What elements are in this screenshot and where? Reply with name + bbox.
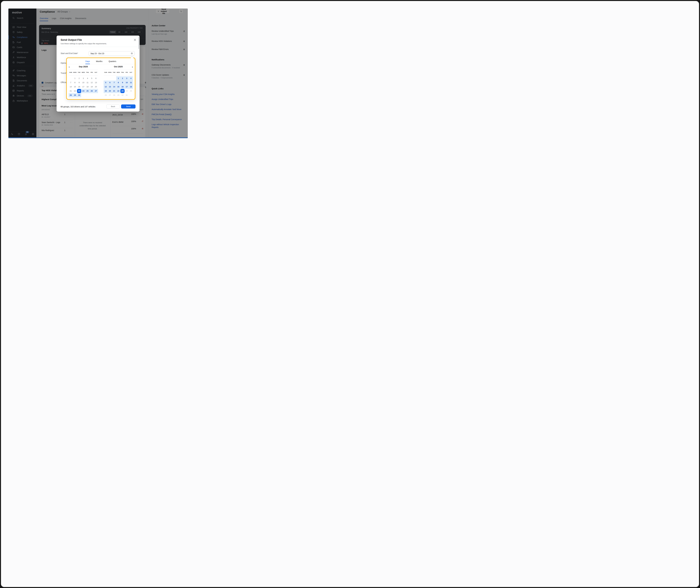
day-cell[interactable]: 10 xyxy=(81,81,85,85)
day-of-week-header: SUNMONTUEWEDTHUFRISAT xyxy=(69,72,98,73)
day-cell[interactable]: 8 xyxy=(73,81,77,85)
calendar-mode-tabs: DaysMonthsQuarters xyxy=(67,59,135,64)
day-cell[interactable] xyxy=(129,93,133,97)
day-cell[interactable]: 14 xyxy=(69,85,73,89)
day-cell[interactable]: 17 xyxy=(81,85,85,89)
day-cell[interactable]: 8 xyxy=(116,81,120,85)
bottom-accent-bar xyxy=(8,137,188,138)
day-cell[interactable]: 5 xyxy=(104,81,108,85)
day-of-week-header: SUNMONTUEWEDTHUFRISAT xyxy=(104,72,133,73)
day-cell[interactable]: 28 xyxy=(112,93,116,97)
day-cell[interactable]: 2 xyxy=(77,76,81,81)
day-cell[interactable] xyxy=(120,89,125,93)
calendar-tab[interactable]: Months xyxy=(96,59,102,64)
close-icon[interactable] xyxy=(133,38,137,41)
day-cell[interactable]: 15 xyxy=(116,85,120,89)
day-cell[interactable]: 29 xyxy=(116,93,120,97)
day-cell[interactable]: 28 xyxy=(69,93,73,97)
day-cell[interactable]: 11 xyxy=(129,81,133,85)
screen: motive Search Fleet View Safety xyxy=(1,1,196,147)
day-cell[interactable]: 13 xyxy=(94,81,98,85)
day-cell[interactable]: 6 xyxy=(94,76,98,81)
day-cell[interactable]: 3 xyxy=(125,76,129,81)
modal-title: Send Output File xyxy=(61,38,82,41)
day-cell[interactable]: 19 xyxy=(90,85,94,89)
day-cell[interactable]: 16 xyxy=(120,85,125,89)
day-cell[interactable]: 24 xyxy=(81,89,85,93)
month-title: Oct 2025 xyxy=(104,65,133,68)
day-cell[interactable]: 16 xyxy=(77,85,81,89)
day-cell[interactable]: 9 xyxy=(77,81,81,85)
day-cell[interactable]: 24 xyxy=(125,89,129,93)
day-cell[interactable] xyxy=(112,76,116,81)
day-cell[interactable]: 21 xyxy=(112,89,116,93)
day-cell[interactable]: 18 xyxy=(85,85,90,89)
selection-summary: 66 groups, 315 drivers and 147 vehicles xyxy=(61,106,95,108)
day-cell[interactable]: 27 xyxy=(94,89,98,93)
day-cell[interactable]: 14 xyxy=(112,85,116,89)
day-cell[interactable]: 11 xyxy=(85,81,90,85)
modal-scrollbar[interactable] xyxy=(138,37,139,49)
day-cell[interactable] xyxy=(77,89,81,93)
day-cell[interactable]: 12 xyxy=(104,85,108,89)
calendar-icon xyxy=(131,52,133,54)
send-button[interactable]: Send xyxy=(121,104,136,109)
day-cell[interactable]: 12 xyxy=(90,81,94,85)
occluded-field-label: Opera xyxy=(61,62,66,64)
occluded-field-label: Transf xyxy=(61,72,66,74)
day-cell[interactable] xyxy=(94,93,98,97)
back-button[interactable]: Back xyxy=(106,104,120,109)
day-cell[interactable]: 7 xyxy=(69,81,73,85)
day-grid: 1234567891011121314151617181920212224252… xyxy=(69,76,98,97)
date-range-label: Start and End Date* xyxy=(61,52,78,54)
day-cell[interactable] xyxy=(85,93,90,97)
day-cell[interactable]: 5 xyxy=(90,76,94,81)
day-cell[interactable]: 19 xyxy=(104,89,108,93)
calendar-tab[interactable]: Quarters xyxy=(109,59,116,64)
date-picker-popup: DaysMonthsQuarters Sep 2025 SUNMONTUEWED… xyxy=(66,58,135,100)
day-cell[interactable]: 26 xyxy=(104,93,108,97)
day-cell[interactable]: 18 xyxy=(129,85,133,89)
day-cell[interactable]: 4 xyxy=(85,76,90,81)
modal-subtitle: Use these settings to specify the output… xyxy=(61,43,107,45)
day-cell[interactable] xyxy=(108,76,112,81)
day-cell[interactable]: 10 xyxy=(125,81,129,85)
day-cell[interactable]: 1 xyxy=(73,76,77,81)
day-cell[interactable]: 17 xyxy=(125,85,129,89)
day-cell[interactable]: 6 xyxy=(108,81,112,85)
calendar-month: Oct 2025 SUNMONTUEWEDTHUFRISAT 123456789… xyxy=(104,65,133,68)
month-title: Sep 2025 xyxy=(69,65,98,68)
day-cell[interactable]: 25 xyxy=(129,89,133,93)
calendar-tab[interactable]: Days xyxy=(85,59,90,64)
day-cell[interactable]: 9 xyxy=(120,81,125,85)
day-cell[interactable]: 31 xyxy=(125,93,129,97)
occluded-field-label: Officia xyxy=(61,81,66,83)
day-cell[interactable]: 27 xyxy=(108,93,112,97)
day-cell[interactable]: 3 xyxy=(81,76,85,81)
day-cell[interactable]: 20 xyxy=(108,89,112,93)
day-cell[interactable]: 30 xyxy=(77,93,81,97)
day-cell[interactable] xyxy=(90,93,94,97)
day-cell[interactable] xyxy=(81,93,85,97)
day-cell[interactable]: 22 xyxy=(73,89,77,93)
date-range-input[interactable]: Sep 23 - Oct 23 xyxy=(89,51,135,56)
calendar-month: Sep 2025 SUNMONTUEWEDTHUFRISAT 123456789… xyxy=(69,65,98,68)
day-cell[interactable]: 22 xyxy=(116,89,120,93)
day-cell[interactable] xyxy=(69,76,73,81)
day-cell[interactable]: 30 xyxy=(120,93,125,97)
day-cell[interactable]: 15 xyxy=(73,85,77,89)
day-grid: 1234567891011121314151617181920212224252… xyxy=(104,76,133,97)
day-cell[interactable]: 21 xyxy=(69,89,73,93)
send-output-file-modal: Send Output File Use these settings to s… xyxy=(57,36,140,112)
day-cell[interactable]: 13 xyxy=(108,85,112,89)
day-cell[interactable]: 7 xyxy=(112,81,116,85)
day-cell[interactable] xyxy=(104,76,108,81)
day-cell[interactable]: 4 xyxy=(129,76,133,81)
day-cell[interactable]: 2 xyxy=(120,76,125,81)
day-cell[interactable]: 25 xyxy=(85,89,90,93)
day-cell[interactable]: 26 xyxy=(90,89,94,93)
day-cell[interactable]: 29 xyxy=(73,93,77,97)
day-cell[interactable]: 1 xyxy=(116,76,120,81)
day-cell[interactable]: 20 xyxy=(94,85,98,89)
